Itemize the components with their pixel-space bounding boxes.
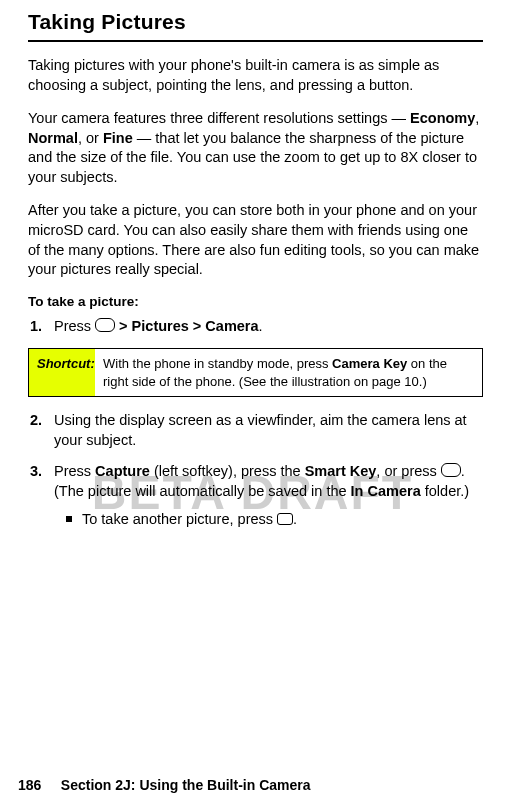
ok-key-icon — [95, 318, 115, 332]
step-3-sub-bullet: To take another picture, press . — [82, 510, 483, 530]
ok-key-icon — [441, 463, 461, 477]
step-1-text-a: Press — [54, 318, 95, 334]
sub-b: . — [293, 511, 297, 527]
step-3-number: 3. — [30, 462, 42, 482]
step-3-incamera: In Camera — [351, 483, 421, 499]
shortcut-text-a: With the phone in standby mode, press — [103, 356, 332, 371]
step-1-number: 1. — [30, 317, 42, 337]
section-label: Section 2J: Using the Built-in Camera — [61, 777, 311, 793]
shortcut-body: With the phone in standby mode, press Ca… — [95, 349, 482, 396]
step-3-h: folder.) — [421, 483, 469, 499]
back-key-icon — [277, 513, 293, 525]
res-sep1: , — [475, 110, 479, 126]
step-3-a: Press — [54, 463, 95, 479]
res-opt-fine: Fine — [103, 130, 133, 146]
res-lead: Your camera features three different res… — [28, 110, 410, 126]
page-title: Taking Pictures — [28, 10, 483, 34]
page-number: 186 — [18, 777, 41, 793]
steps-list: 1. Press > Pictures > Camera. — [28, 317, 483, 337]
intro-paragraph: Taking pictures with your phone's built-… — [28, 56, 483, 95]
step-2: 2. Using the display screen as a viewfin… — [54, 411, 483, 450]
shortcut-label: Shortcut: — [29, 349, 95, 396]
step-3-sublist: To take another picture, press . — [54, 510, 483, 530]
step-3-c: (left softkey), press the — [150, 463, 305, 479]
step-1-text-c: . — [259, 318, 263, 334]
resolutions-paragraph: Your camera features three different res… — [28, 109, 483, 187]
title-rule — [28, 40, 483, 42]
step-2-text: Using the display screen as a viewfinder… — [54, 412, 467, 448]
step-3-capture: Capture — [95, 463, 150, 479]
step-1: 1. Press > Pictures > Camera. — [54, 317, 483, 337]
sub-a: To take another picture, press — [82, 511, 277, 527]
res-sep2: , or — [78, 130, 103, 146]
page-content: Taking Pictures Taking pictures with you… — [0, 0, 505, 529]
steps-list-cont: 2. Using the display screen as a viewfin… — [28, 411, 483, 529]
step-2-number: 2. — [30, 411, 42, 431]
step-3: 3. Press Capture (left softkey), press t… — [54, 462, 483, 529]
step-3-e: , or press — [376, 463, 440, 479]
procedure-heading: To take a picture: — [28, 294, 483, 309]
res-opt-normal: Normal — [28, 130, 78, 146]
storage-paragraph: After you take a picture, you can store … — [28, 201, 483, 279]
page-footer: 186 Section 2J: Using the Built-in Camer… — [0, 777, 505, 793]
step-1-text-b: > Pictures > Camera — [115, 318, 258, 334]
shortcut-camera-key: Camera Key — [332, 356, 407, 371]
step-3-smartkey: Smart Key — [305, 463, 377, 479]
res-opt-economy: Economy — [410, 110, 475, 126]
shortcut-box: Shortcut: With the phone in standby mode… — [28, 348, 483, 397]
